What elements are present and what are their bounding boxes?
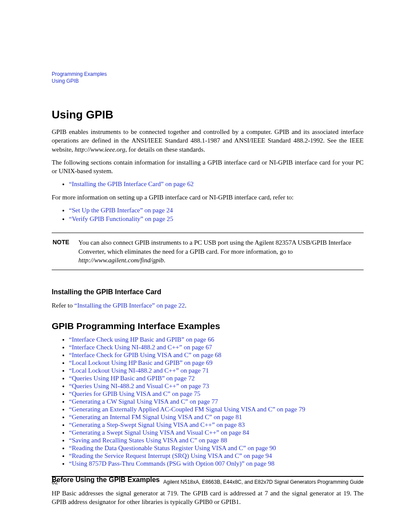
list-item: “Generating a Swept Signal Using VISA an… [69, 429, 364, 436]
list-item: “Verify GPIB Functionality” on page 25 [69, 215, 364, 223]
xref-link[interactable]: “Queries Using NI-488.2 and Visual C++” … [69, 383, 209, 389]
list-item: “Generating a Step-Swept Signal Using VI… [69, 421, 364, 429]
xref-link[interactable]: “Interface Check using HP Basic and GPIB… [69, 336, 214, 343]
xref-link[interactable]: “Using 8757D Pass-Thru Commands (PSG wit… [69, 460, 274, 467]
running-header: Programming Examples Using GPIB [52, 71, 364, 84]
footer-title: Agilent N518xA, E8663B, E44x8C, and E82x… [163, 479, 364, 485]
list-item: “Set Up the GPIB Interface” on page 24 [69, 206, 364, 215]
xref-link[interactable]: “Reading the Data Questionable Status Re… [69, 445, 276, 451]
list-item: “Queries for GPIB Using VISA and C” on p… [69, 390, 364, 398]
xref-link[interactable]: “Generating an Internal FM Signal Using … [69, 414, 242, 420]
list-item: “Interface Check for GPIB Using VISA and… [69, 351, 364, 359]
xref-link[interactable]: “Local Lockout Using NI-488.2 and C++” o… [69, 367, 209, 374]
heading-gpib-examples: GPIB Programming Interface Examples [52, 320, 364, 332]
list-item: “Local Lockout Using HP Basic and GPIB” … [69, 359, 364, 367]
more-info-paragraph: For more information on setting up a GPI… [52, 193, 364, 202]
list-item: “Installing the GPIB Interface Card” on … [69, 180, 364, 188]
install-refer-paragraph: Refer to “Installing the GPIB Interface”… [52, 301, 364, 310]
xref-link[interactable]: “Installing the GPIB Interface” on page … [74, 302, 185, 309]
list-item: “Local Lockout Using NI-488.2 and C++” o… [69, 367, 364, 374]
list-item: “Interface Check Using NI-488.2 and C++”… [69, 343, 364, 351]
header-line1: Programming Examples [52, 71, 364, 78]
intro-paragraph-1: GPIB enables instruments to be connected… [52, 128, 364, 154]
xref-link[interactable]: “Reading the Service Request Interrupt (… [69, 452, 272, 459]
xref-link[interactable]: “Generating a CW Signal Using VISA and C… [69, 398, 218, 405]
heading-installing-card: Installing the GPIB Interface Card [52, 287, 364, 297]
list-setup-refs: “Set Up the GPIB Interface” on page 24 “… [52, 206, 364, 224]
list-item: “Using 8757D Pass-Thru Commands (PSG wit… [69, 460, 364, 467]
list-item: “Generating an Externally Applied AC-Cou… [69, 405, 364, 413]
page-number: 62 [52, 479, 58, 485]
list-item: “Queries Using NI-488.2 and Visual C++” … [69, 382, 364, 390]
list-item: “Saving and Recalling States Using VISA … [69, 436, 364, 444]
before-paragraph: HP Basic addresses the signal generator … [52, 489, 364, 507]
xref-link[interactable]: “Installing the GPIB Interface Card” on … [69, 180, 193, 187]
footer-rule [52, 476, 364, 477]
intro-paragraph-2: The following sections contain informati… [52, 158, 364, 176]
xref-link[interactable]: “Generating a Step-Swept Signal Using VI… [69, 421, 245, 428]
list-item: “Reading the Service Request Interrupt (… [69, 452, 364, 460]
list-install-section: “Installing the GPIB Interface Card” on … [52, 180, 364, 188]
heading-using-gpib: Using GPIB [52, 108, 364, 121]
note-box: NOTE You can also connect GPIB instrumen… [52, 233, 364, 270]
note-text: You can also connect GPIB instruments to… [78, 238, 363, 264]
list-item: “Interface Check using HP Basic and GPIB… [69, 336, 364, 343]
header-line2: Using GPIB [52, 78, 364, 85]
list-item: “Generating a CW Signal Using VISA and C… [69, 398, 364, 405]
xref-link[interactable]: “Queries for GPIB Using VISA and C” on p… [69, 390, 200, 397]
body-content: GPIB enables instruments to be connected… [52, 128, 364, 506]
list-item: “Queries Using HP Basic and GPIB” on pag… [69, 374, 364, 382]
xref-link[interactable]: “Generating a Swept Signal Using VISA an… [69, 429, 249, 436]
document-page: Programming Examples Using GPIB Using GP… [0, 0, 411, 532]
xref-link[interactable]: “Local Lockout Using HP Basic and GPIB” … [69, 359, 212, 366]
note-label: NOTE [53, 238, 78, 264]
list-examples: “Interface Check using HP Basic and GPIB… [52, 336, 364, 467]
xref-link[interactable]: “Interface Check for GPIB Using VISA and… [69, 352, 221, 358]
xref-link[interactable]: “Queries Using HP Basic and GPIB” on pag… [69, 375, 195, 382]
list-item: “Reading the Data Questionable Status Re… [69, 444, 364, 452]
list-item: “Generating an Internal FM Signal Using … [69, 413, 364, 421]
xref-link[interactable]: “Interface Check Using NI-488.2 and C++”… [69, 344, 212, 351]
xref-link[interactable]: “Generating an Externally Applied AC-Cou… [69, 406, 305, 413]
page-footer: 62 Agilent N518xA, E8663B, E44x8C, and E… [52, 479, 364, 485]
xref-link[interactable]: “Set Up the GPIB Interface” on page 24 [69, 207, 173, 214]
xref-link[interactable]: “Verify GPIB Functionality” on page 25 [69, 215, 173, 222]
xref-link[interactable]: “Saving and Recalling States Using VISA … [69, 437, 227, 444]
